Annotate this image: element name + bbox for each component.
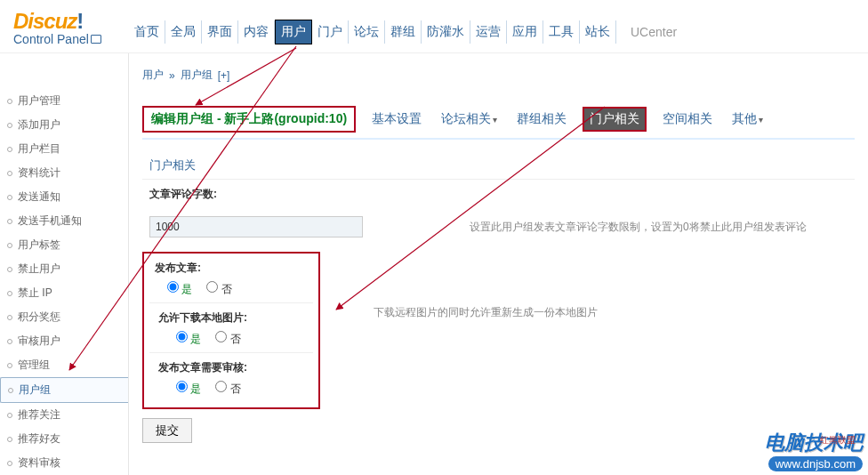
bullet-icon	[7, 413, 12, 418]
breadcrumb: 用户 » 用户组 [+]	[142, 62, 855, 88]
sidebar-item-label: 资料审核	[18, 455, 60, 471]
download-help: 下载远程图片的同时允许重新生成一份本地图片	[374, 245, 855, 320]
sidebar-item-6[interactable]: 用户标签	[0, 233, 128, 257]
comment-length-label: 文章评论字数:	[149, 187, 416, 202]
sidebar-item-12[interactable]: 用户组	[0, 377, 128, 403]
sidebar-item-13[interactable]: 推荐关注	[0, 403, 128, 427]
sidebar-item-label: 审核用户	[18, 334, 60, 349]
sidebar-item-label: 推荐好友	[18, 431, 60, 447]
nav-item-3[interactable]: 内容	[238, 20, 275, 44]
bullet-icon	[7, 243, 12, 248]
logo: Discuz!	[13, 9, 129, 34]
sidebar-item-1[interactable]: 添加用户	[0, 113, 128, 137]
sidebar-item-label: 添加用户	[18, 117, 60, 133]
bullet-icon	[7, 147, 12, 152]
review-yes-radio[interactable]	[176, 381, 188, 392]
sidebar-item-4[interactable]: 发送通知	[0, 185, 128, 209]
sidebar-item-label: 发送通知	[18, 189, 60, 205]
nav-item-12[interactable]: 站长	[580, 20, 616, 44]
bullet-icon	[7, 291, 12, 296]
sidebar-item-label: 推荐关注	[18, 407, 60, 423]
nav-item-8[interactable]: 防灌水	[422, 20, 470, 44]
tab-0[interactable]: 基本设置	[368, 109, 425, 129]
breadcrumb-a[interactable]: 用户	[142, 68, 164, 83]
publish-options-box: 发布文章: 是 否 允许下载本地图片: 是 否 发布文章需要审核: 是	[142, 252, 320, 409]
sidebar-item-15[interactable]: 资料审核	[0, 451, 128, 475]
bullet-icon	[7, 339, 12, 344]
bullet-icon	[7, 363, 12, 368]
sidebar-item-label: 禁止用户	[18, 262, 60, 277]
nav-item-7[interactable]: 群组	[385, 20, 422, 44]
nav-item-4[interactable]: 用户	[275, 20, 312, 44]
logo-subtitle: Control Panel	[13, 32, 129, 46]
publish-yes-radio[interactable]	[167, 281, 179, 293]
tab-3[interactable]: 门户相关	[583, 107, 647, 132]
review-yes[interactable]: 是	[176, 381, 201, 397]
nav-item-6[interactable]: 论坛	[349, 20, 385, 44]
sidebar-item-label: 发送手机通知	[18, 213, 82, 229]
publish-no-radio[interactable]	[206, 281, 218, 293]
tab-edit-title: 编辑用户组 - 新手上路(groupid:10)	[142, 106, 356, 133]
nav-item-2[interactable]: 界面	[202, 20, 238, 44]
logo-brand: Discuz	[13, 9, 76, 33]
review-no[interactable]: 否	[215, 381, 240, 397]
review-no-radio[interactable]	[215, 381, 227, 392]
review-label: 发布文章需要审核:	[158, 360, 313, 375]
bullet-icon	[7, 123, 12, 128]
comment-length-input[interactable]	[149, 216, 363, 238]
sidebar: 用户管理添加用户用户栏目资料统计发送通知发送手机通知用户标签禁止用户禁止 IP积…	[0, 53, 129, 475]
sidebar-item-8[interactable]: 禁止 IP	[0, 281, 128, 305]
sidebar-item-label: 禁止 IP	[18, 286, 52, 301]
sidebar-item-label: 用户栏目	[18, 141, 60, 157]
tab-2[interactable]: 群组相关	[513, 109, 570, 129]
tab-5[interactable]: 其他	[728, 109, 767, 129]
publish-yes[interactable]: 是	[167, 281, 192, 297]
sidebar-item-2[interactable]: 用户栏目	[0, 137, 128, 161]
download-label: 允许下载本地图片:	[158, 310, 313, 326]
sidebar-item-0[interactable]: 用户管理	[0, 89, 128, 113]
watermark-url: www.dnjsb.com	[768, 456, 863, 471]
logo-bang: !	[76, 9, 83, 33]
nav-item-10[interactable]: 应用	[507, 20, 543, 44]
breadcrumb-plus[interactable]: [+]	[218, 69, 230, 82]
download-no-radio[interactable]	[215, 331, 227, 342]
sidebar-item-7[interactable]: 禁止用户	[0, 257, 128, 281]
nav-item-0[interactable]: 首页	[129, 20, 165, 44]
submit-button[interactable]: 提交	[142, 418, 192, 443]
sidebar-item-10[interactable]: 审核用户	[0, 329, 128, 353]
sidebar-item-label: 资料统计	[18, 165, 60, 181]
bullet-icon	[7, 219, 12, 224]
bullet-icon	[7, 437, 12, 442]
nav-item-11[interactable]: 工具	[543, 20, 580, 44]
comment-length-help: 设置此用户组发表文章评论字数限制，设置为0将禁止此用户组发表评论	[470, 220, 848, 235]
section-title: 门户相关	[142, 152, 855, 180]
nav-item-5[interactable]: 门户	[312, 20, 349, 44]
sidebar-item-9[interactable]: 积分奖惩	[0, 305, 128, 329]
tabs: 编辑用户组 - 新手上路(groupid:10) 基本设置论坛相关群组相关门户相…	[142, 101, 855, 140]
nav-item-1[interactable]: 全局	[165, 20, 202, 44]
tab-4[interactable]: 空间相关	[659, 109, 716, 129]
tab-1[interactable]: 论坛相关	[438, 109, 501, 129]
breadcrumb-b[interactable]: 用户组	[181, 68, 213, 83]
sidebar-item-label: 用户管理	[18, 93, 60, 109]
sidebar-item-5[interactable]: 发送手机通知	[0, 209, 128, 233]
bullet-icon	[7, 267, 12, 272]
bullet-icon	[7, 461, 12, 466]
sidebar-item-3[interactable]: 资料统计	[0, 161, 128, 185]
watermark-small: 红黑联盟	[820, 434, 856, 447]
sidebar-item-11[interactable]: 管理组	[0, 353, 128, 377]
nav-ucenter[interactable]: UCenter	[625, 21, 682, 43]
breadcrumb-sep: »	[169, 69, 175, 82]
download-no[interactable]: 否	[215, 331, 240, 347]
publish-no[interactable]: 否	[206, 281, 231, 297]
nav-item-9[interactable]: 运营	[470, 20, 507, 44]
sidebar-item-label: 积分奖惩	[18, 310, 60, 325]
bullet-icon	[7, 99, 12, 104]
logo-area: Discuz! Control Panel	[0, 0, 129, 46]
bullet-icon	[8, 388, 13, 393]
sidebar-item-14[interactable]: 推荐好友	[0, 427, 128, 451]
home-icon	[91, 35, 101, 44]
content: 用户 » 用户组 [+] 编辑用户组 - 新手上路(groupid:10) 基本…	[129, 53, 868, 475]
download-yes-radio[interactable]	[176, 331, 188, 342]
download-yes[interactable]: 是	[176, 331, 201, 347]
